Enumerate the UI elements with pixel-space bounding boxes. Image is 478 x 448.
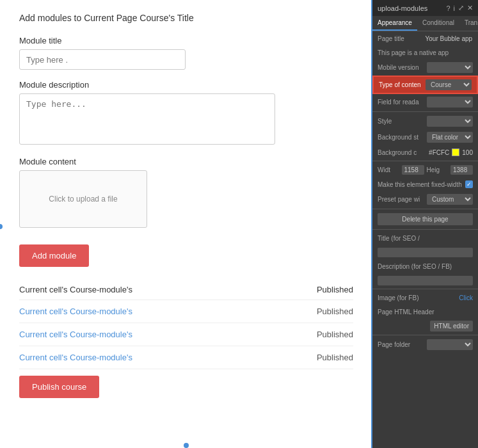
module-title-label: Module title xyxy=(19,36,353,45)
width-input[interactable] xyxy=(402,165,424,175)
right-panel: upload-modules ? i ⤢ ✕ Appearance Condit… xyxy=(372,0,478,448)
page-folder-row: Page folder xyxy=(372,337,478,353)
page-folder-label: Page folder xyxy=(378,341,427,348)
color-swatch[interactable] xyxy=(452,148,459,156)
divider-3 xyxy=(372,209,478,209)
info-icon[interactable]: i xyxy=(454,4,455,12)
table-row: Current cell's Course-module's Published xyxy=(19,346,353,369)
background-style-select[interactable]: Flat color xyxy=(427,132,473,143)
field-for-read-label: Field for reada xyxy=(378,99,427,106)
page-title-label: Page title xyxy=(378,35,426,42)
field-for-read-row: Field for reada xyxy=(372,94,478,110)
seo-title-row: Title (for SEO / xyxy=(372,231,478,245)
tab-conditional[interactable]: Conditional xyxy=(417,16,459,31)
seo-desc-label: Description (for SEO / FB) xyxy=(378,263,473,270)
mobile-version-row: Mobile version xyxy=(372,60,478,76)
module-content-section: Module content Click to upload a file xyxy=(19,157,353,228)
module-title-input[interactable] xyxy=(19,49,186,70)
module-description-label: Module description xyxy=(19,80,353,90)
module-description-section: Module description xyxy=(19,80,353,147)
preset-page-row: Preset page wi Custom xyxy=(372,191,478,207)
background-style-row: Background st Flat color xyxy=(372,129,478,145)
module-description-input[interactable] xyxy=(19,93,275,145)
fixed-width-checkbox[interactable]: ✓ xyxy=(465,180,473,188)
question-icon[interactable]: ? xyxy=(446,4,450,12)
page-folder-select[interactable] xyxy=(427,339,473,350)
resize-handle-bottom[interactable] xyxy=(184,443,189,448)
seo-title-input[interactable] xyxy=(378,248,473,257)
file-upload-area[interactable]: Click to upload a file xyxy=(19,170,147,228)
panel-icons: ? i ⤢ ✕ xyxy=(446,4,473,12)
native-app-row: This page is a native app xyxy=(372,45,478,60)
table-cell-left[interactable]: Current cell's Course-module's xyxy=(19,353,132,362)
page-html-label: Page HTML Header xyxy=(378,308,473,316)
divider-5 xyxy=(372,289,478,289)
background-style-label: Background st xyxy=(378,134,427,141)
type-of-content-select[interactable]: Course xyxy=(426,79,472,90)
background-color-label: Background c xyxy=(378,149,429,156)
dimensions-row: Widt Heig xyxy=(372,163,478,177)
type-of-content-label: Type of conten xyxy=(379,81,426,88)
native-app-label: This page is a native app xyxy=(378,49,473,56)
divider-6 xyxy=(372,335,478,335)
style-label: Style xyxy=(378,118,427,125)
panel-tabs: Appearance Conditional Transitions xyxy=(372,16,478,31)
html-editor-button[interactable]: HTML editor xyxy=(430,321,473,332)
style-select[interactable] xyxy=(427,116,473,127)
panel-header: upload-modules ? i ⤢ ✕ xyxy=(372,0,478,16)
table-header-right: Published xyxy=(317,285,353,294)
seo-title-label: Title (for SEO / xyxy=(378,235,473,242)
publish-course-button[interactable]: Publish course xyxy=(19,376,99,398)
resize-handle-left[interactable] xyxy=(0,224,3,229)
image-fb-click[interactable]: Click xyxy=(459,294,473,301)
divider-4 xyxy=(372,229,478,230)
add-module-button[interactable]: Add module xyxy=(19,244,89,267)
table-cell-left[interactable]: Current cell's Course-module's xyxy=(19,330,132,339)
type-of-content-row: Type of conten Course xyxy=(372,76,478,94)
preset-page-select[interactable]: Custom xyxy=(427,194,473,205)
tab-transitions[interactable]: Transitions xyxy=(459,16,478,31)
height-input[interactable] xyxy=(450,165,473,175)
seo-desc-row: Description (for SEO / FB) xyxy=(372,259,478,273)
module-title-section: Module title xyxy=(19,36,353,70)
fixed-width-row: Make this element fixed-width ✓ xyxy=(372,177,478,191)
table-cell-left[interactable]: Current cell's Course-module's xyxy=(19,307,132,316)
height-label: Heig xyxy=(427,166,451,173)
table-header: Current cell's Course-module's Published xyxy=(19,280,353,300)
table-cell-right: Published xyxy=(317,307,353,316)
background-color-hex: #FCFC xyxy=(429,149,449,156)
close-icon[interactable]: ✕ xyxy=(467,4,473,12)
preset-page-label: Preset page wi xyxy=(378,196,427,203)
table-row: Current cell's Course-module's Published xyxy=(19,323,353,346)
fixed-width-label: Make this element fixed-width xyxy=(378,181,465,188)
page-title: Add modules to Current Page Course's Tit… xyxy=(19,13,353,23)
seo-desc-input[interactable] xyxy=(378,276,473,285)
table-row: Current cell's Course-module's Published xyxy=(19,300,353,323)
background-opacity: 100 xyxy=(462,149,473,156)
image-fb-label: Image (for FB) xyxy=(378,294,459,301)
image-fb-row: Image (for FB) Click xyxy=(372,291,478,305)
seo-title-input-row xyxy=(372,245,478,259)
tab-appearance[interactable]: Appearance xyxy=(372,16,417,31)
page-title-value: Your Bubble app xyxy=(426,35,474,42)
panel-title: upload-modules xyxy=(378,4,427,12)
seo-desc-input-row xyxy=(372,273,478,287)
upload-text: Click to upload a file xyxy=(49,195,117,204)
table-cell-right: Published xyxy=(317,353,353,362)
style-row: Style xyxy=(372,113,478,129)
field-for-read-select[interactable] xyxy=(427,97,473,108)
divider-2 xyxy=(372,161,478,161)
table-cell-right: Published xyxy=(317,330,353,339)
width-label: Widt xyxy=(378,166,402,173)
delete-page-button[interactable]: Delete this page xyxy=(378,213,473,225)
mobile-select[interactable] xyxy=(427,62,473,73)
main-content: Add modules to Current Page Course's Tit… xyxy=(0,0,372,448)
table-header-left: Current cell's Course-module's xyxy=(19,285,132,294)
module-content-label: Module content xyxy=(19,157,353,166)
divider-1 xyxy=(372,111,478,112)
page-title-row: Page title Your Bubble app xyxy=(372,31,478,45)
share-icon[interactable]: ⤢ xyxy=(458,4,464,12)
page-html-row: Page HTML Header xyxy=(372,305,478,319)
mobile-label: Mobile version xyxy=(378,64,427,71)
background-color-row: Background c #FCFC 100 xyxy=(372,145,478,159)
